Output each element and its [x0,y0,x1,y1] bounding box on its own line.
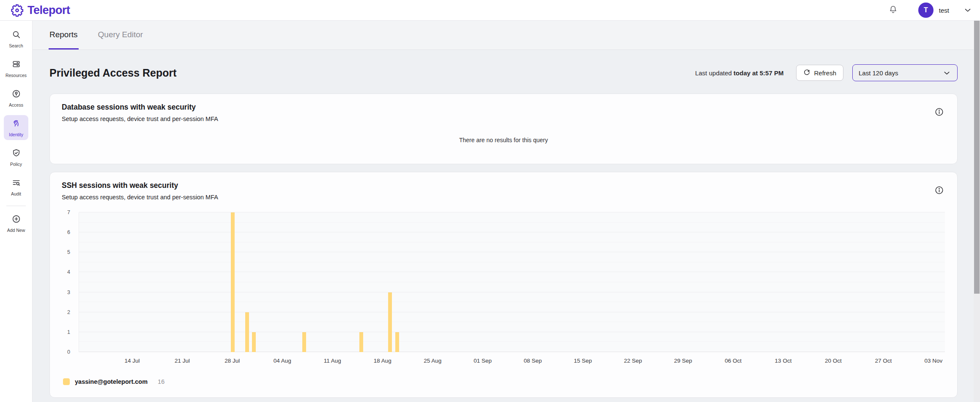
gridline [79,252,945,252]
topbar-right: T test [886,3,980,18]
chart-bar[interactable] [359,332,363,352]
sidebar-label: Resources [5,73,27,78]
bell-icon [888,5,898,16]
chart-bar[interactable] [302,332,306,352]
x-tick-label: 22 Sep [624,358,642,364]
legend-series-count: 16 [158,378,164,385]
info-icon[interactable] [934,185,944,195]
shield-check-icon [11,148,21,160]
card-database-sessions: Database sessions with weak security Set… [49,94,958,164]
legend-series-name: yassine@goteleport.com [75,378,148,385]
y-tick-label: 2 [67,309,70,316]
gridline [79,282,945,282]
x-tick-label: 06 Oct [725,358,742,364]
range-select-value: Last 120 days [859,69,898,77]
header-controls: Last updated today at 5:57 PM Refresh [695,64,958,81]
gridline [79,242,945,242]
gridline [79,302,945,302]
gridline [79,292,945,292]
gridline [79,322,945,322]
card-subtitle: Setup access requests, device trust and … [62,194,945,201]
x-tick-label: 21 Jul [175,358,190,364]
sidebar-item-identity[interactable]: Identity [4,115,28,140]
report-header: Privileged Access Report Last updated to… [49,64,958,81]
chart-x-axis: 14 Jul21 Jul28 Jul04 Aug11 Aug18 Aug25 A… [79,358,945,366]
teleport-gear-icon [11,4,24,17]
y-tick-label: 7 [67,209,70,216]
sidebar-label: Identity [9,132,23,137]
x-tick-label: 28 Jul [224,358,240,364]
username: test [939,7,949,14]
gridline [79,352,945,352]
gridline [79,262,945,262]
y-tick-label: 4 [67,269,70,275]
user-menu-chevron-icon[interactable] [963,6,972,15]
x-tick-label: 11 Aug [324,358,341,364]
sidebar-label: Audit [11,191,21,196]
gridline [79,222,945,223]
notifications-button[interactable] [886,3,901,17]
sidebar-label: Search [9,43,23,48]
sidebar-item-resources[interactable]: Resources [4,56,28,81]
chart-plot [79,212,945,352]
tabs-row: Reports Query Editor [33,21,974,50]
sidebar-item-audit[interactable]: Audit [4,174,28,199]
top-bar: Teleport T test [0,0,980,21]
x-tick-label: 15 Sep [574,358,592,364]
sidebar-item-access[interactable]: Access [4,85,28,110]
tab-reports[interactable]: Reports [49,21,79,50]
gridline [79,272,945,272]
page-title: Privileged Access Report [49,67,177,79]
info-icon[interactable] [934,107,944,117]
servers-icon [11,59,21,71]
scrollbar-thumb[interactable] [974,21,980,294]
gridline [79,312,945,312]
x-tick-label: 27 Oct [875,358,892,364]
date-range-select[interactable]: Last 120 days [852,64,958,81]
x-tick-label: 20 Oct [825,358,842,364]
brand-name: Teleport [27,4,70,17]
chart-bar[interactable] [252,332,256,352]
x-tick-label: 25 Aug [424,358,441,364]
sidebar-item-add-new[interactable]: Add New [4,211,28,236]
chart-bar[interactable] [231,212,235,352]
sidebar: Search Resources Access [0,21,33,402]
y-tick-label: 5 [67,249,70,256]
gridline [79,212,945,212]
x-tick-label: 14 Jul [124,358,140,364]
card-subtitle: Setup access requests, device trust and … [62,116,945,122]
x-tick-label: 18 Aug [374,358,391,364]
keyhole-icon [11,89,21,100]
avatar-initial: T [924,6,928,14]
y-tick-label: 0 [67,349,70,355]
y-tick-label: 3 [67,289,70,296]
search-icon [11,30,21,41]
teleport-logo[interactable]: Teleport [0,4,70,17]
card-title: SSH sessions with weak security [62,181,945,190]
sidebar-item-search[interactable]: Search [4,26,28,51]
chart-bar[interactable] [395,332,399,352]
vertical-scrollbar[interactable] [974,21,980,402]
audit-list-icon [11,178,21,189]
x-tick-label: 13 Oct [775,358,792,364]
gridline [79,341,945,342]
teleport-app: Teleport T test [0,0,980,402]
refresh-button[interactable]: Refresh [796,65,843,81]
user-avatar[interactable]: T [918,3,933,18]
card-ssh-sessions: SSH sessions with weak security Setup ac… [49,172,958,398]
chart-bar[interactable] [388,292,392,352]
tab-query-editor[interactable]: Query Editor [97,21,144,50]
fingerprint-icon [11,118,21,130]
chart-bar[interactable] [245,312,249,352]
sidebar-item-policy[interactable]: Policy [4,145,28,170]
chart-legend-item[interactable]: yassine@goteleport.com 16 [63,378,164,385]
report-content: Privileged Access Report Last updated to… [33,50,974,402]
sidebar-label: Add New [7,228,25,233]
last-updated-time: today at 5:57 PM [734,69,783,77]
refresh-icon [803,69,810,77]
main-area: Reports Query Editor Privileged Access R… [33,21,974,402]
x-tick-label: 08 Sep [524,358,542,364]
legend-color-swatch [63,378,70,385]
chevron-down-icon [942,69,951,77]
x-tick-label: 04 Aug [274,358,291,364]
